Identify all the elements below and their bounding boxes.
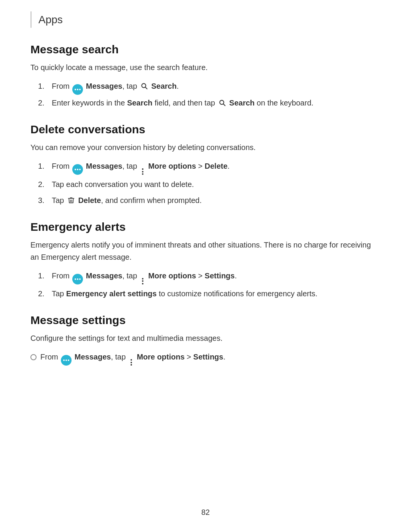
svg-line-1 [145, 87, 147, 89]
section-title-delete-conversations: Delete conversations [30, 123, 381, 136]
step-item: 2. Tap Emergency alert settings to custo… [38, 287, 381, 300]
section-title-emergency-alerts: Emergency alerts [30, 220, 381, 233]
step-number: 3. [38, 194, 49, 207]
messages-label: Messages [75, 353, 111, 361]
apps-border-line [30, 11, 32, 28]
step-content: From Messages, tap Mor [52, 269, 381, 284]
step-content: Tap each conversation you want to delete… [52, 178, 381, 191]
section-delete-conversations: Delete conversations You can remove your… [30, 123, 381, 207]
section-message-settings: Message settings Configure the settings … [30, 314, 381, 366]
search-icon [218, 99, 226, 107]
search-field-label: Search [127, 99, 153, 107]
section-emergency-alerts: Emergency alerts Emergency alerts notify… [30, 220, 381, 300]
more-options-icon [128, 358, 134, 367]
more-options-dot [142, 168, 143, 170]
delete-label: Delete [205, 162, 228, 170]
apps-title: Apps [38, 11, 63, 28]
step-number: 1. [38, 80, 49, 93]
step-number: 2. [38, 96, 49, 109]
emergency-alert-settings-label: Emergency alert settings [66, 289, 157, 298]
section-message-search: Message search To quickly locate a messa… [30, 43, 381, 109]
more-options-icon [140, 277, 146, 285]
messages-dot [77, 169, 78, 170]
messages-dot [77, 278, 78, 280]
messages-icon-inner [75, 278, 81, 280]
step-content: From Messages, tap Mor [52, 160, 381, 175]
messages-icon-inner [63, 359, 69, 361]
section-title-message-search: Message search [30, 43, 381, 56]
more-options-dot [142, 280, 143, 282]
section-desc-delete-conversations: You can remove your conversion history b… [30, 141, 381, 153]
step-content: From Messages, tap [52, 80, 381, 93]
messages-icon-inner [75, 169, 81, 170]
messages-dot [79, 169, 81, 170]
messages-dot [63, 359, 65, 361]
step-number: 2. [38, 287, 49, 300]
delete-icon [67, 196, 75, 204]
bullet-item-message-settings: From Messages, tap More options > Settin… [30, 350, 381, 366]
step-item: 2. Enter keywords in the Search field, a… [38, 96, 381, 109]
more-options-label: More options [148, 272, 196, 280]
step-item: 3. Tap Delete, and confirm when prompted… [38, 194, 381, 207]
more-options-dot [131, 359, 132, 361]
step-content: From Messages, tap More options > Settin… [40, 350, 381, 366]
step-item: 2. Tap each conversation you want to del… [38, 178, 381, 191]
more-options-label: More options [137, 353, 185, 361]
messages-dot [79, 89, 81, 90]
messages-dot [75, 278, 76, 280]
messages-icon [61, 355, 72, 366]
page-number: 82 [201, 508, 210, 517]
messages-dot [79, 278, 81, 280]
more-options-dot [142, 171, 143, 173]
step-item: 1. From Messages, tap [38, 160, 381, 175]
messages-label: Messages [86, 162, 123, 170]
search-icon [140, 82, 148, 90]
step-item: 1. From Messages, tap [38, 80, 381, 93]
messages-icon [72, 84, 83, 95]
section-desc-message-settings: Configure the settings for text and mult… [30, 332, 381, 344]
section-desc-emergency-alerts: Emergency alerts notify you of imminent … [30, 239, 381, 263]
messages-dot [65, 359, 67, 361]
step-content: Enter keywords in the Search field, and … [52, 96, 381, 109]
messages-dot [75, 89, 76, 90]
messages-icon-inner [75, 89, 81, 90]
more-options-icon [140, 168, 146, 176]
more-options-dot [142, 173, 143, 175]
settings-label: Settings [205, 272, 235, 280]
more-options-dot [131, 364, 132, 366]
messages-icon [72, 274, 83, 284]
step-content: Tap Emergency alert settings to customiz… [52, 287, 381, 300]
step-list-emergency-alerts: 1. From Messages, tap [30, 269, 381, 300]
section-desc-message-search: To quickly locate a message, use the sea… [30, 61, 381, 73]
more-options-label: More options [148, 162, 196, 170]
messages-dot [68, 359, 69, 361]
messages-dot [75, 169, 76, 170]
step-item: 1. From Messages, tap [38, 269, 381, 284]
more-options-dot [131, 362, 132, 363]
step-list-message-search: 1. From Messages, tap [30, 80, 381, 109]
section-title-message-settings: Message settings [30, 314, 381, 327]
search-keyboard-label: Search [229, 99, 255, 107]
more-options-dot [142, 278, 143, 280]
search-label: Search [151, 82, 177, 90]
settings-label: Settings [193, 353, 223, 361]
more-options-dot [142, 283, 143, 284]
page-container: Apps Message search To quickly locate a … [0, 0, 411, 402]
apps-header: Apps [30, 11, 381, 28]
step-number: 2. [38, 178, 49, 191]
messages-label: Messages [86, 82, 123, 90]
svg-line-3 [223, 104, 225, 106]
delete-confirm-label: Delete [78, 196, 101, 204]
step-number: 1. [38, 269, 49, 282]
bullet-circle-icon [30, 354, 37, 360]
messages-label: Messages [86, 272, 123, 280]
step-number: 1. [38, 160, 49, 173]
messages-dot [77, 89, 78, 90]
messages-icon [72, 164, 83, 175]
step-list-delete-conversations: 1. From Messages, tap [30, 160, 381, 207]
step-content: Tap Delete, and confirm when prompted. [52, 194, 381, 207]
